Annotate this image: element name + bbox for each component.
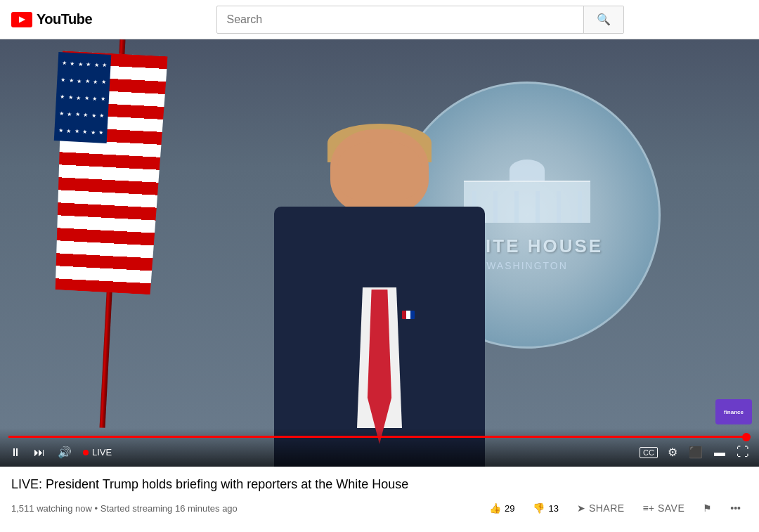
progress-bar[interactable] (8, 436, 751, 438)
volume-button[interactable]: 🔊 (56, 444, 73, 460)
fullscreen-button[interactable]: ⛶ (735, 443, 751, 461)
settings-button[interactable]: ⚙ (666, 444, 679, 460)
flag-star: ★ (57, 122, 65, 138)
search-bar: 🔍 (216, 6, 624, 34)
flag-star: ★ (66, 106, 74, 122)
flag-star: ★ (92, 74, 100, 89)
flag-star: ★ (91, 91, 98, 106)
flag-star: ★ (60, 72, 67, 87)
flag-button[interactable]: ⚑ (696, 498, 719, 518)
watch-count: 1,511 watching now (11, 503, 92, 514)
progress-fill (8, 436, 751, 438)
theater-icon: ▬ (714, 446, 725, 459)
flag-star: ★ (100, 74, 108, 89)
wh-column (536, 191, 540, 223)
miniplayer-icon: ⬛ (689, 446, 703, 459)
flag-star: ★ (76, 72, 84, 88)
wh-column (578, 191, 582, 223)
flag-star: ★ (74, 89, 82, 105)
flag-star: ★ (58, 89, 66, 104)
wh-text-washington: WASHINGTON (486, 260, 568, 271)
flag-star: ★ (81, 124, 89, 139)
search-input[interactable] (217, 8, 583, 32)
live-badge: LIVE (83, 447, 112, 458)
dislike-icon: 👎 (533, 502, 545, 514)
flag-star: ★ (74, 106, 82, 122)
live-dot (83, 450, 89, 455)
flag-star: ★ (67, 72, 75, 88)
flag-icon: ⚑ (703, 502, 712, 514)
video-meta-row: 1,511 watching now • Started streaming 1… (11, 498, 748, 518)
search-area: 🔍 (92, 6, 748, 34)
next-button[interactable]: ⏭ (32, 445, 46, 460)
flag-star: ★ (93, 57, 100, 72)
controls-row: ⏸ ⏭ 🔊 LIVE CC (8, 443, 751, 461)
save-icon: ≡+ (643, 502, 654, 514)
logo-text: YouTube (37, 11, 92, 27)
save-label: SAVE (658, 502, 685, 514)
person-figure (267, 129, 492, 467)
share-button[interactable]: ➤ SHARE (570, 498, 632, 518)
flag-star: ★ (73, 123, 81, 138)
stream-info: Started streaming 16 minutes ago (100, 503, 238, 514)
finance-badge: finance (715, 399, 752, 424)
miniplayer-button[interactable]: ⬛ (687, 444, 704, 460)
flag-star: ★ (100, 57, 108, 72)
share-label: SHARE (589, 502, 625, 514)
flag-star: ★ (67, 89, 74, 105)
like-button[interactable]: 👍 29 (482, 498, 521, 518)
controls-right: CC ⚙ ⬛ ▬ ⛶ (640, 443, 751, 461)
flag-star: ★ (58, 105, 65, 121)
progress-dot (742, 433, 751, 441)
flag-lapel-pin (402, 311, 415, 319)
wh-column (493, 191, 498, 223)
action-buttons: 👍 29 👎 13 ➤ SHARE ≡+ SAVE ⚑ (482, 498, 748, 518)
flag-star: ★ (82, 107, 90, 122)
wh-column (557, 191, 561, 223)
video-title: LIVE: President Trump holds briefing wit… (11, 476, 748, 493)
logo[interactable]: YouTube (11, 11, 92, 27)
share-icon: ➤ (577, 502, 585, 514)
fullscreen-icon: ⛶ (737, 445, 749, 460)
flag-star: ★ (99, 91, 107, 106)
flag-star: ★ (83, 90, 91, 105)
flag-star: ★ (90, 108, 98, 123)
dislike-button[interactable]: 👎 13 (526, 498, 565, 518)
volume-icon: 🔊 (58, 446, 72, 459)
cc-icon: CC (643, 448, 654, 457)
next-icon: ⏭ (34, 446, 45, 459)
flag-canton: ★ ★ ★ ★ ★ ★ ★ ★ ★ ★ ★ ★ ★ ★ ★ ★ ★ ★ ★ ★ (54, 52, 111, 143)
video-player[interactable]: ★ ★ ★ ★ ★ ★ ★ ★ ★ ★ ★ ★ ★ ★ ★ ★ ★ ★ ★ ★ (0, 39, 759, 467)
live-label: LIVE (92, 447, 112, 458)
person-head (330, 129, 429, 214)
pause-icon: ⏸ (10, 446, 21, 459)
flag-star: ★ (89, 124, 97, 140)
cc-button[interactable]: CC (640, 447, 658, 458)
pause-button[interactable]: ⏸ (8, 445, 22, 460)
search-button[interactable]: 🔍 (583, 6, 623, 33)
flag-star: ★ (77, 56, 84, 72)
header: YouTube 🔍 (0, 0, 759, 39)
save-button[interactable]: ≡+ SAVE (636, 498, 692, 518)
meta-separator: • (95, 503, 100, 514)
video-scene: ★ ★ ★ ★ ★ ★ ★ ★ ★ ★ ★ ★ ★ ★ ★ ★ ★ ★ ★ ★ (0, 39, 759, 467)
flag-star: ★ (68, 56, 76, 71)
flag-star: ★ (98, 108, 106, 123)
watch-info: 1,511 watching now • Started streaming 1… (11, 503, 238, 514)
flag-star: ★ (84, 73, 91, 89)
dislike-count: 13 (548, 503, 558, 514)
like-icon: 👍 (489, 502, 501, 514)
theater-button[interactable]: ▬ (713, 445, 727, 460)
flag-star: ★ (60, 55, 68, 70)
search-icon: 🔍 (597, 13, 611, 26)
wh-dome (510, 160, 545, 181)
american-flag: ★ ★ ★ ★ ★ ★ ★ ★ ★ ★ ★ ★ ★ ★ ★ ★ ★ ★ ★ ★ (42, 39, 183, 428)
flag-star: ★ (65, 123, 72, 138)
more-icon: ••• (730, 502, 741, 514)
flag-star: ★ (97, 124, 105, 140)
controls-left: ⏸ ⏭ 🔊 LIVE (8, 444, 112, 460)
youtube-icon (11, 12, 32, 27)
person-face (337, 142, 422, 202)
more-button[interactable]: ••• (723, 498, 748, 518)
flag-star: ★ (84, 56, 92, 72)
